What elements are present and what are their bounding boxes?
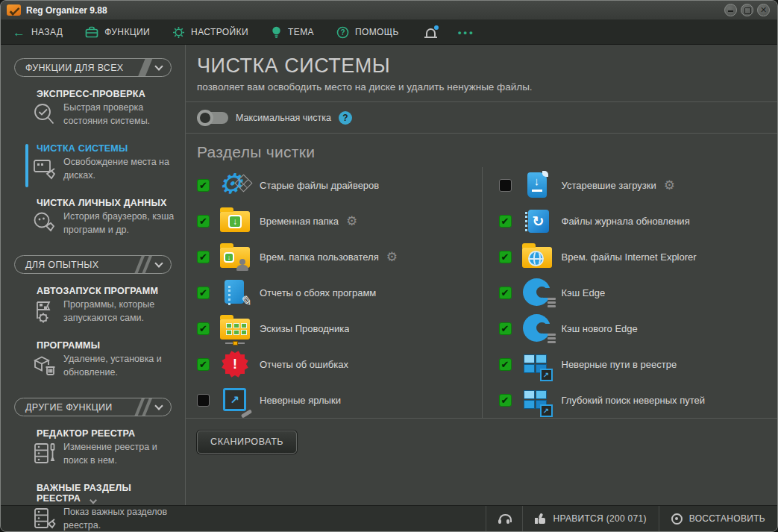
cleanup-item-driver-files[interactable]: Старые файлы драйверов (186, 167, 482, 203)
item-checkbox[interactable] (499, 394, 512, 407)
group-label: ФУНКЦИИ ДЛЯ ВСЕХ (25, 63, 123, 73)
window-title: Reg Organizer 9.88 (26, 5, 107, 16)
programs-icon (32, 353, 57, 383)
max-cleanup-toggle[interactable] (198, 112, 228, 124)
sidebar-item-registry-keys[interactable]: ВАЖНЫЕ РАЗДЕЛЫ РЕЕСТРА Показ важных разд… (37, 483, 178, 532)
cleanup-item-label: Устаревшие загрузки (562, 180, 656, 191)
autorun-programs-icon (32, 298, 57, 328)
cleanup-item-update-log-files[interactable]: Файлы журнала обновления (483, 203, 778, 239)
cleanup-item-ie-temp-files[interactable]: Врем. файлы Internet Explorer (483, 239, 778, 275)
cleanup-item-label: Временная папка (260, 216, 339, 227)
nav-item-desc: Показ важных разделов реестра. (63, 506, 175, 532)
sidebar-item-express-check[interactable]: ЭКСПРЕСС-ПРОВЕРКА Быстрая проверка состо… (37, 89, 178, 131)
item-checkbox[interactable] (197, 358, 210, 371)
item-checkbox[interactable] (499, 287, 512, 299)
cleanup-item-error-reports[interactable]: Отчеты об ошибках (186, 346, 482, 382)
outdated-downloads-icon (520, 169, 554, 201)
item-checkbox[interactable] (499, 251, 512, 263)
sidebar-group-functions-for-all[interactable]: ФУНКЦИИ ДЛЯ ВСЕХ (14, 58, 172, 77)
item-checkbox[interactable] (197, 287, 210, 299)
like-button[interactable]: НРАВИТСЯ (200 071) (522, 506, 658, 531)
support-button[interactable] (486, 506, 522, 531)
sidebar-item-programs[interactable]: ПРОГРАММЫ Удаление, установка и обновлен… (37, 340, 178, 383)
divider (186, 418, 777, 419)
cleanup-column-left: Старые файлы драйверов Временная папка В… (186, 167, 482, 418)
notifications-button[interactable] (426, 28, 436, 37)
item-checkbox[interactable] (197, 215, 210, 228)
page-subtitle: позволяет вам освободить место на диске … (197, 81, 770, 93)
back-button[interactable]: НАЗАД (13, 26, 63, 39)
item-checkbox[interactable] (499, 179, 512, 192)
private-data-cleanup-icon (32, 210, 57, 240)
restore-button[interactable]: ВОССТАНОВИТЬ (659, 506, 777, 531)
help-button[interactable]: ? ПОМОЩЬ (336, 26, 399, 39)
cleanup-item-explorer-thumbnails[interactable]: Эскизы Проводника (186, 310, 482, 346)
cleanup-item-crash-reports[interactable]: Отчеты о сбоях программ (186, 275, 482, 310)
item-checkbox[interactable] (499, 358, 512, 371)
close-button[interactable] (757, 4, 770, 16)
cleanup-item-temp-folder[interactable]: Временная папка (186, 203, 482, 239)
item-checkbox[interactable] (499, 215, 512, 228)
sidebar-item-registry-editor[interactable]: РЕДАКТОР РЕЕСТРА Изменение реестра и пои… (37, 428, 178, 471)
nav-item-title: ЭКСПРЕСС-ПРОВЕРКА (37, 89, 178, 99)
cleanup-item-user-temp-folder[interactable]: Врем. папка пользователя (186, 239, 482, 275)
more-button[interactable] (458, 27, 475, 38)
notification-dot (434, 25, 439, 30)
cleanup-item-deep-search-invalid-paths[interactable]: Глубокий поиск неверных путей (483, 382, 778, 418)
section-title: Разделы чистки (186, 143, 777, 161)
driver-files-icon (218, 169, 252, 201)
minimize-button[interactable] (724, 4, 737, 16)
item-checkbox[interactable] (197, 322, 210, 335)
ellipsis-icon (458, 27, 475, 38)
chevron-down-icon (154, 62, 163, 70)
sidebar-item-autorun-programs[interactable]: АВТОЗАПУСК ПРОГРАММ Программы, которые з… (37, 286, 178, 328)
cleanup-item-outdated-downloads[interactable]: Устаревшие загрузки (483, 167, 778, 203)
item-settings-gear-icon[interactable] (664, 179, 675, 192)
scan-button[interactable]: СКАНИРОВАТЬ (197, 431, 297, 454)
maximize-button[interactable] (741, 4, 753, 16)
item-checkbox[interactable] (197, 394, 210, 407)
cleanup-item-label: Файлы журнала обновления (562, 216, 690, 227)
window-body: ФУНКЦИИ ДЛЯ ВСЕХ ЭКСПРЕСС-ПРОВЕРКА Быстр… (1, 45, 777, 505)
cleanup-item-label: Отчеты о сбоях программ (260, 287, 376, 298)
item-settings-gear-icon[interactable] (386, 251, 398, 263)
bell-icon (426, 28, 436, 37)
chevron-down-icon (154, 259, 163, 267)
theme-button[interactable]: ТЕМА (271, 26, 314, 39)
nav-item-title: АВТОЗАПУСК ПРОГРАММ (37, 286, 178, 296)
sidebar-item-private-data-cleanup[interactable]: ЧИСТКА ЛИЧНЫХ ДАННЫХ История браузеров, … (37, 198, 178, 240)
functions-button[interactable]: ФУНКЦИИ (85, 26, 150, 38)
item-settings-gear-icon[interactable] (346, 215, 357, 228)
cleanup-item-new-edge-cache[interactable]: Кэш нового Edge (483, 310, 778, 346)
chevron-down-icon (154, 401, 163, 410)
cleanup-item-label: Врем. папка пользователя (260, 251, 379, 263)
cleanup-item-label: Кэш Edge (562, 287, 606, 298)
thumbs-up-icon (535, 513, 546, 524)
cleanup-item-invalid-registry-paths[interactable]: Неверные пути в реестре (483, 346, 778, 382)
nav-item-desc: История браузеров, кэша программ и др. (63, 210, 175, 240)
sidebar: ФУНКЦИИ ДЛЯ ВСЕХ ЭКСПРЕСС-ПРОВЕРКА Быстр… (1, 45, 186, 505)
cleanup-item-edge-cache[interactable]: Кэш Edge (483, 275, 778, 310)
item-checkbox[interactable] (197, 251, 210, 263)
main-toolbar: НАЗАД ФУНКЦИИ НАСТРОЙКИ ТЕМА ? ПОМОЩЬ (1, 20, 777, 45)
nav-item-title: ВАЖНЫЕ РАЗДЕЛЫ РЕЕСТРА (37, 483, 178, 504)
item-checkbox[interactable] (499, 322, 512, 335)
title-bar[interactable]: Reg Organizer 9.88 (1, 1, 777, 20)
user-temp-folder-icon (218, 240, 252, 273)
question-circle-icon[interactable] (339, 111, 352, 125)
divider (186, 133, 777, 134)
sidebar-group-for-experienced[interactable]: ДЛЯ ОПЫТНЫХ (14, 255, 172, 274)
item-checkbox[interactable] (197, 179, 210, 192)
nav-item-desc: Программы, которые запускаются сами. (63, 298, 175, 328)
sidebar-group-other-functions[interactable]: ДРУГИЕ ФУНКЦИИ (14, 398, 172, 416)
app-logo-icon (7, 4, 21, 16)
cleanup-item-invalid-shortcuts[interactable]: Неверные ярлыки (186, 382, 482, 418)
group-label: ДЛЯ ОПЫТНЫХ (25, 260, 98, 270)
main-content: ЧИСТКА СИСТЕМЫ позволяет вам освободить … (186, 45, 777, 505)
page-title: ЧИСТКА СИСТЕМЫ (197, 54, 770, 78)
sidebar-item-system-cleanup[interactable]: ЧИСТКА СИСТЕМЫ Освобождение места на дис… (37, 143, 178, 186)
settings-button[interactable]: НАСТРОЙКИ (172, 26, 248, 39)
update-log-files-icon (520, 204, 554, 237)
invalid-shortcuts-icon (218, 384, 252, 416)
new-edge-cache-icon (520, 312, 554, 345)
